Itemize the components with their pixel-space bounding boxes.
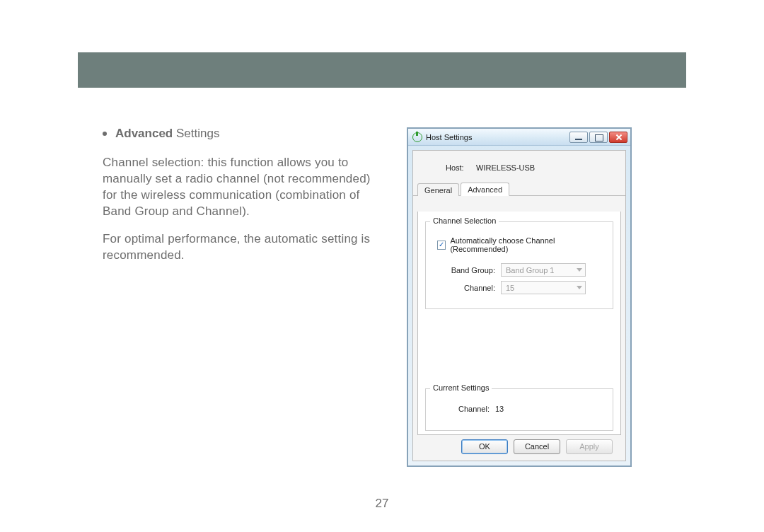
check-icon: ✓ bbox=[439, 241, 444, 248]
band-group-dropdown[interactable]: Band Group 1 bbox=[501, 263, 586, 277]
group-title-current: Current Settings bbox=[430, 383, 492, 392]
channel-value: 15 bbox=[506, 284, 514, 292]
close-button[interactable] bbox=[609, 132, 627, 143]
chevron-down-icon bbox=[577, 268, 582, 272]
group-title-channel-selection: Channel Selection bbox=[430, 216, 499, 225]
auto-choose-label: Automatically choose Channel (Recommende… bbox=[450, 236, 606, 253]
paragraph-1: Channel selection: this function allows … bbox=[103, 155, 371, 220]
tab-general[interactable]: General bbox=[417, 183, 459, 196]
host-settings-dialog: Host Settings Host: WIRELESS-USB General… bbox=[407, 127, 632, 467]
window-title: Host Settings bbox=[426, 133, 568, 141]
titlebar[interactable]: Host Settings bbox=[408, 129, 630, 146]
auto-choose-checkbox[interactable]: ✓ bbox=[437, 241, 446, 250]
header-bar bbox=[78, 52, 686, 88]
host-value: WIRELESS-USB bbox=[476, 163, 535, 172]
current-channel-value: 13 bbox=[495, 405, 504, 413]
band-group-label: Band Group: bbox=[450, 266, 501, 274]
auto-choose-row[interactable]: ✓ Automatically choose Channel (Recommen… bbox=[437, 236, 606, 253]
host-row: Host: WIRELESS-USB bbox=[413, 151, 625, 182]
channel-row: Channel: 15 bbox=[450, 281, 606, 294]
heading-rest: Settings bbox=[173, 127, 219, 140]
dialog-body: Host: WIRELESS-USB General Advanced Chan… bbox=[412, 150, 626, 461]
tab-strip: General Advanced bbox=[413, 182, 625, 196]
cancel-button[interactable]: Cancel bbox=[514, 439, 560, 454]
page-number: 27 bbox=[0, 497, 764, 511]
paragraph-2: For optimal performance, the automatic s… bbox=[103, 231, 371, 264]
maximize-button[interactable] bbox=[589, 132, 608, 143]
tab-advanced[interactable]: Advanced bbox=[461, 183, 509, 196]
app-icon bbox=[412, 132, 422, 142]
section-heading: Advanced Settings bbox=[115, 126, 219, 142]
group-channel-selection: Channel Selection ✓ Automatically choose… bbox=[425, 221, 613, 309]
group-current-settings: Current Settings Channel: 13 bbox=[425, 388, 613, 431]
apply-button[interactable]: Apply bbox=[566, 439, 613, 454]
channel-label: Channel: bbox=[450, 284, 501, 292]
band-group-value: Band Group 1 bbox=[506, 266, 555, 274]
heading-bold: Advanced bbox=[115, 127, 173, 140]
doc-text-column: Advanced Settings Channel selection: thi… bbox=[103, 126, 371, 275]
current-channel-label: Channel: bbox=[454, 405, 495, 413]
current-channel-row: Channel: 13 bbox=[454, 405, 606, 413]
dialog-button-bar: OK Cancel Apply bbox=[417, 436, 621, 456]
host-label: Host: bbox=[446, 163, 474, 172]
band-group-row: Band Group: Band Group 1 bbox=[450, 263, 606, 277]
ok-button[interactable]: OK bbox=[461, 439, 508, 454]
bullet-icon bbox=[103, 132, 107, 136]
chevron-down-icon bbox=[577, 286, 582, 289]
tab-panel-advanced: Channel Selection ✓ Automatically choose… bbox=[417, 212, 621, 435]
channel-dropdown[interactable]: 15 bbox=[501, 281, 586, 294]
minimize-button[interactable] bbox=[569, 132, 588, 143]
